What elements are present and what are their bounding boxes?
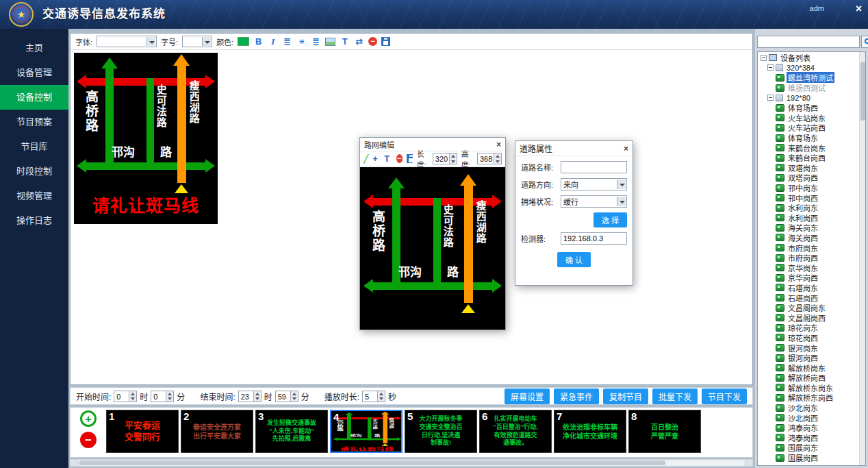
- dialog-title-bar[interactable]: 路网编辑 ×: [360, 138, 505, 151]
- device-tree-item[interactable]: 文昌阁岗东: [759, 303, 858, 313]
- device-tree-item[interactable]: 市府岗西: [759, 253, 858, 263]
- device-tree-item[interactable]: 鸿泰岗东: [759, 423, 858, 433]
- length-spinner[interactable]: 320: [433, 153, 457, 164]
- device-tree-item[interactable]: 沙北岗东: [759, 403, 858, 413]
- height-spinner[interactable]: 368: [477, 153, 502, 164]
- add-program-button[interactable]: +: [80, 410, 97, 427]
- device-tree-item[interactable]: 市府岗东: [759, 243, 858, 253]
- align-left-icon[interactable]: ≣: [282, 37, 292, 46]
- device-tree-item[interactable]: 琼花岗西: [759, 333, 858, 343]
- device-tree-item[interactable]: 水利岗东: [759, 203, 858, 213]
- road-direction-select[interactable]: 来向: [561, 178, 627, 190]
- program-thumbnail[interactable]: 依法治理非标车辆净化城市交通环境7: [554, 410, 626, 453]
- device-tree-item[interactable]: 双塔岗西: [759, 173, 858, 183]
- horizontal-scrollbar[interactable]: [70, 459, 753, 467]
- align-center-icon[interactable]: ≡: [296, 37, 307, 46]
- device-tree-item[interactable]: 来鹤台岗西: [759, 153, 858, 163]
- spinner-arrows-icon[interactable]: [494, 153, 501, 164]
- device-tree-item[interactable]: 鸿泰岗西: [759, 433, 858, 443]
- device-tree-item[interactable]: 京华岗东: [759, 262, 858, 273]
- sidebar-item[interactable]: 节目预案: [0, 110, 68, 134]
- cross-tool-icon[interactable]: +: [372, 153, 378, 164]
- device-tree-item[interactable]: 银河岗西: [759, 353, 858, 363]
- action-button[interactable]: 批量下发: [652, 389, 698, 404]
- device-tree-root[interactable]: 设备列表: [759, 53, 858, 63]
- select-button[interactable]: 选 择: [593, 212, 627, 227]
- road-editor-canvas[interactable]: 高桥路 史可法路 瘦西湖路 邗沟 路 请礼让斑马线: [360, 167, 505, 330]
- program-thumbnail[interactable]: 扎实开展电动车“百日整治”行动,有效预防道路交通事故。6: [479, 410, 552, 453]
- save-icon[interactable]: [407, 154, 413, 163]
- collapse-icon[interactable]: [767, 64, 774, 71]
- device-tree-item[interactable]: 水利岗西: [759, 213, 858, 223]
- close-icon[interactable]: ×: [496, 140, 501, 149]
- device-tree-item[interactable]: 海关岗西: [759, 233, 858, 243]
- device-tree-item[interactable]: 银河岗东: [759, 343, 858, 353]
- spinner-arrows-icon[interactable]: [129, 391, 136, 402]
- sidebar-item[interactable]: 时段控制: [0, 159, 68, 184]
- sidebar-item[interactable]: 主页: [0, 36, 68, 60]
- collapse-icon[interactable]: [761, 55, 767, 61]
- device-tree-group[interactable]: 192*80: [759, 93, 858, 103]
- start-hour-spinner[interactable]: 0: [114, 391, 137, 402]
- spinner-arrows-icon[interactable]: [377, 391, 385, 402]
- scrollbar-thumb[interactable]: [79, 460, 665, 465]
- remove-program-button[interactable]: −: [80, 432, 97, 448]
- program-thumbnail[interactable]: 春运安全连万家出行平安靠大家2: [181, 410, 253, 453]
- font-select[interactable]: [97, 36, 157, 47]
- end-hour-spinner[interactable]: 23: [238, 391, 261, 402]
- scroll-right-icon[interactable]: [745, 460, 752, 466]
- led-sign-preview[interactable]: 高桥路 史可法路 瘦西湖路 邗沟 路 请礼让斑马线: [74, 53, 218, 224]
- sidebar-item[interactable]: 视频管理: [0, 184, 68, 208]
- spinner-arrows-icon[interactable]: [166, 391, 173, 402]
- action-button[interactable]: 紧急事件: [554, 389, 599, 404]
- device-tree-item[interactable]: 解放桥东岗东: [759, 383, 858, 393]
- device-tree-item[interactable]: 来鹤台岗东: [759, 143, 858, 153]
- close-icon[interactable]: ×: [624, 144, 628, 153]
- text-tool-icon[interactable]: T: [340, 37, 350, 46]
- device-tree-item[interactable]: 解放桥岗西: [759, 373, 858, 383]
- device-tree-item[interactable]: 体育场东: [759, 133, 858, 143]
- program-thumbnail[interactable]: 平安春运交警同行1: [106, 410, 179, 453]
- align-right-icon[interactable]: ≣: [311, 37, 321, 46]
- device-tree-item[interactable]: 火车站岗西: [759, 123, 858, 133]
- delete-icon[interactable]: −: [368, 37, 377, 46]
- device-tree-item[interactable]: 邗中岗西: [759, 193, 858, 203]
- device-tree-item[interactable]: 海关岗东: [759, 223, 858, 233]
- device-tree-item[interactable]: 石塔岗西: [759, 293, 858, 303]
- search-button[interactable]: [861, 36, 868, 48]
- device-tree-item[interactable]: 邗中岗东: [759, 183, 858, 193]
- device-tree-item[interactable]: 国展岗西: [759, 453, 858, 463]
- bold-button[interactable]: B: [253, 37, 264, 46]
- spinner-arrows-icon[interactable]: [253, 391, 261, 402]
- program-thumbnail[interactable]: 高桥路 史可法路 瘦西湖路 邗沟 路 请礼让斑马线 4: [330, 410, 403, 453]
- device-tree-group[interactable]: 320*384: [759, 63, 858, 73]
- program-thumbnail[interactable]: 发生轻微交通事故“人未伤,车能动”先拍照,后撤离3: [255, 410, 328, 453]
- color-swatch[interactable]: [238, 37, 249, 46]
- scrollbar-thumb[interactable]: [860, 62, 865, 121]
- sidebar-item[interactable]: 设备管理: [0, 60, 68, 85]
- action-button[interactable]: 屏幕设置: [505, 389, 550, 404]
- start-minute-spinner[interactable]: 0: [151, 391, 174, 402]
- confirm-button[interactable]: 确 认: [557, 252, 591, 267]
- road-name-input[interactable]: [561, 161, 627, 173]
- action-button[interactable]: 节目下发: [702, 389, 747, 404]
- device-tree-item[interactable]: 沙北岗西: [759, 412, 858, 423]
- vertical-scrollbar[interactable]: [859, 52, 865, 465]
- search-input[interactable]: [757, 36, 860, 48]
- program-thumbnail[interactable]: 百日整治严管严查8: [628, 410, 701, 453]
- device-tree-item[interactable]: 文昌阁岗西: [759, 312, 858, 323]
- arrows-tool-icon[interactable]: ⇄: [354, 37, 364, 46]
- dialog-title-bar[interactable]: 道路属性 ×: [515, 141, 633, 156]
- device-tree-item[interactable]: 石塔岗东: [759, 283, 858, 293]
- end-minute-spinner[interactable]: 59: [275, 391, 298, 402]
- device-tree-item[interactable]: 解放桥岗东: [759, 362, 858, 373]
- detector-input[interactable]: [561, 232, 627, 245]
- device-tree-item[interactable]: 琼花岗东: [759, 323, 858, 333]
- font-size-select[interactable]: [182, 36, 212, 47]
- device-tree-item[interactable]: 京华岗西: [759, 273, 858, 283]
- spinner-arrows-icon[interactable]: [449, 153, 457, 164]
- action-button[interactable]: 复制节目: [603, 389, 648, 404]
- image-icon[interactable]: [325, 38, 335, 46]
- italic-button[interactable]: I: [268, 37, 278, 46]
- device-tree-item[interactable]: 解放桥东岗西: [759, 393, 858, 403]
